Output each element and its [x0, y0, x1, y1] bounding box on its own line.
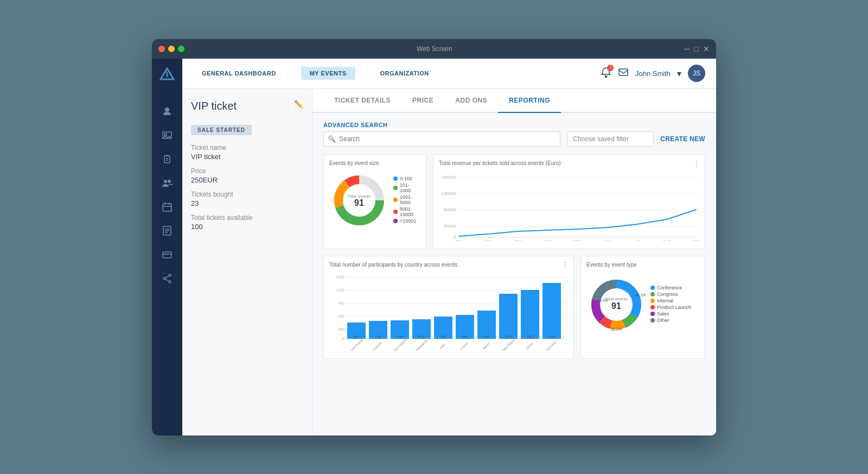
sidebar-item-contacts[interactable] — [156, 100, 178, 122]
sidebar-item-team[interactable] — [156, 172, 178, 194]
window-controls: ─ □ ✕ — [685, 45, 710, 53]
nav-general-dashboard[interactable]: GENERAL DASHBOARD — [193, 67, 285, 80]
ticket-field-value-price: 250EUR — [191, 176, 303, 184]
charts-row-1: Events by event size Total events 91 — [323, 154, 705, 249]
user-dropdown-icon[interactable]: ▾ — [677, 68, 681, 79]
sidebar-item-payment[interactable] — [156, 244, 178, 266]
svg-text:Sep: Sep — [692, 239, 699, 241]
donut2-legend: Conference Congress Internal Product Lau… — [650, 285, 691, 324]
ticket-field-label-available: Total tickets available — [191, 214, 303, 222]
svg-text:1100: 1100 — [505, 335, 513, 339]
events-by-size-title: Events by event size — [329, 160, 420, 166]
svg-text:40000: 40000 — [443, 224, 456, 229]
svg-rect-90 — [521, 290, 539, 339]
edit-icon[interactable]: ✏️ — [294, 100, 303, 109]
user-avatar[interactable]: JS — [688, 65, 705, 82]
create-new-button[interactable]: CREATE NEW — [660, 135, 705, 143]
advanced-search-label: ADVANCED SEARCH — [323, 122, 705, 128]
svg-text:Germany: Germany — [545, 340, 557, 350]
svg-line-24 — [165, 279, 169, 281]
search-input-wrap: 🔍 — [323, 131, 560, 147]
participants-bar-chart: Total number of participants by country … — [323, 256, 574, 359]
svg-text:South Korea: South Korea — [348, 338, 363, 351]
search-input[interactable] — [323, 131, 560, 147]
tabs: TICKET DETAILS PRICE ADD ONS REPORTING — [312, 89, 716, 113]
bar-chart-svg: 1500 1200 900 600 300 0 — [329, 272, 568, 351]
reporting-content: ADVANCED SEARCH 🔍 Choose saved filter CR… — [312, 113, 716, 435]
svg-text:1200: 1200 — [526, 335, 534, 339]
nav-my-events[interactable]: MY EVENTS — [301, 67, 355, 80]
charts-row-2: Total number of participants by country … — [323, 256, 705, 359]
svg-point-20 — [169, 274, 171, 276]
tab-reporting[interactable]: REPORTING — [498, 89, 561, 113]
app-body: GENERAL DASHBOARD MY EVENTS ORGANIZATION… — [152, 59, 716, 435]
search-bar: 🔍 Choose saved filter CREATE NEW — [323, 131, 705, 147]
svg-text:470: 470 — [419, 335, 425, 339]
sidebar-item-notes[interactable] — [156, 220, 178, 242]
svg-text:1500: 1500 — [336, 275, 344, 279]
tab-add-ons[interactable]: ADD ONS — [444, 89, 498, 113]
nav-right: 1 John Smith ▾ JS — [601, 65, 705, 82]
sidebar-item-calendar[interactable] — [156, 196, 178, 218]
messages-button[interactable] — [618, 67, 629, 80]
svg-point-9 — [168, 180, 171, 183]
ticket-field-value-bought: 23 — [191, 199, 303, 207]
participants-chart-title: Total number of participants by country … — [329, 262, 568, 268]
svg-text:1380: 1380 — [548, 335, 556, 339]
left-panel: VIP ticket ✏️ SALE STARTED Ticket name V… — [182, 89, 312, 435]
traffic-lights — [158, 46, 184, 52]
revenue-chart-menu[interactable]: ⋮ — [693, 159, 700, 168]
sidebar-item-share[interactable] — [156, 268, 178, 289]
donut2-svg: Total events 91 — [586, 272, 646, 337]
svg-text:80000: 80000 — [443, 207, 456, 212]
nav-links: GENERAL DASHBOARD MY EVENTS ORGANIZATION — [193, 67, 601, 80]
revenue-line-chart: Total revenue per tickets sold across ev… — [433, 154, 705, 249]
bar-chart-menu[interactable]: ⋮ — [561, 261, 569, 269]
svg-text:May: May — [573, 239, 583, 241]
maximize-button[interactable] — [178, 46, 184, 52]
close-icon[interactable]: ✕ — [703, 45, 710, 53]
svg-text:Jul: Jul — [634, 239, 640, 241]
tab-ticket-details[interactable]: TICKET DETAILS — [323, 89, 401, 113]
minimize-button[interactable] — [168, 46, 175, 52]
sidebar-item-media[interactable] — [156, 124, 178, 146]
donut1-legend: 0-100 101-1000 1001-5000 5001-15000 >150… — [393, 176, 420, 225]
donut2-container: Total events 91 — [586, 272, 699, 337]
svg-point-21 — [169, 281, 171, 283]
title-bar: Web Screen ─ □ ✕ — [152, 39, 716, 59]
svg-text:France: France — [459, 341, 469, 351]
restore-icon[interactable]: □ — [694, 45, 699, 53]
svg-point-22 — [163, 277, 165, 280]
notifications-button[interactable]: 1 — [601, 67, 611, 80]
svg-point-25 — [605, 75, 607, 77]
content-area: VIP ticket ✏️ SALE STARTED Ticket name V… — [182, 89, 716, 435]
sidebar-item-clipboard[interactable] — [156, 148, 178, 170]
ticket-field-label-price: Price — [191, 167, 303, 175]
minimize-icon[interactable]: ─ — [685, 45, 690, 53]
events-by-type-title: Events by event type — [586, 262, 699, 268]
svg-text:1200: 1200 — [336, 288, 344, 292]
nav-organization[interactable]: ORGANIZATION — [372, 67, 438, 80]
svg-text:120000: 120000 — [441, 191, 456, 196]
svg-text:Aug: Aug — [663, 239, 671, 241]
svg-rect-26 — [619, 69, 628, 75]
filter-select[interactable]: Choose saved filter — [567, 131, 654, 147]
svg-text:Apr: Apr — [544, 239, 551, 241]
close-button[interactable] — [158, 46, 165, 52]
svg-text:900: 900 — [338, 301, 344, 305]
svg-text:600: 600 — [338, 314, 344, 318]
svg-text:22.1%: 22.1% — [611, 327, 622, 331]
svg-text:580: 580 — [462, 335, 468, 339]
user-name[interactable]: John Smith — [635, 69, 671, 78]
status-badge: SALE STARTED — [191, 125, 252, 135]
svg-point-8 — [164, 180, 167, 183]
tab-price[interactable]: PRICE — [401, 89, 444, 113]
svg-text:United States: United States — [500, 338, 516, 350]
svg-point-2 — [165, 108, 169, 112]
svg-text:0: 0 — [342, 337, 344, 340]
svg-text:160000: 160000 — [441, 175, 456, 180]
svg-rect-18 — [163, 252, 171, 258]
svg-text:Jun: Jun — [604, 239, 611, 241]
svg-rect-5 — [164, 156, 170, 163]
svg-text:300: 300 — [338, 327, 344, 331]
